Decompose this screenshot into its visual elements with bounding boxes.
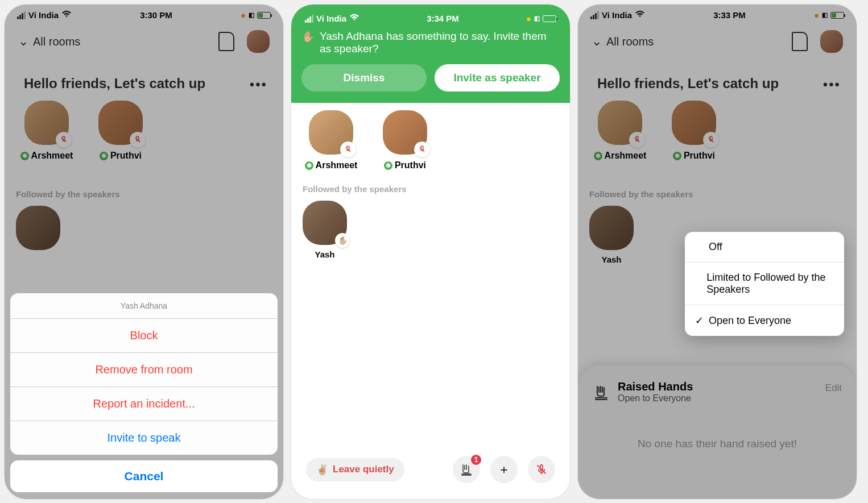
raised-hands-subtitle: Open to Everyone [618,393,693,404]
listener-item[interactable]: Yash [589,206,634,264]
chevron-down-icon: ⌄ [592,34,602,49]
leave-button[interactable]: ✌🏼 Leave quietly [306,458,404,481]
signal-icon [590,11,599,19]
option-off[interactable]: Off [685,232,844,263]
hand-list-icon [593,384,610,401]
carrier-label: Vi India [602,10,632,20]
document-icon[interactable] [218,32,234,51]
speaker-avatar [672,101,716,145]
muted-icon [703,132,719,148]
phone-2: Vi India 3:34 PM ●◧ ✋🏼 Yash Adhana has s… [291,5,570,499]
speaker-avatar [309,110,353,155]
option-limited[interactable]: Limited to Followed by the Speakers [685,263,844,305]
listener-avatar: ✋🏼 [303,201,347,245]
action-sheet: Yash Adhana Block Remove from room Repor… [10,293,278,499]
chevron-down-icon: ⌄ [18,34,28,49]
profile-avatar[interactable] [247,30,270,53]
speaker-item[interactable]: ✱Arshmeet [308,110,354,171]
empty-message: No one has their hand raised yet! [593,426,842,484]
speaker-item[interactable]: ✱Arshmeet [597,101,643,161]
all-rooms-dropdown[interactable]: ⌄ All rooms [592,34,654,49]
listener-name: Yash [589,255,634,264]
block-button[interactable]: Block [10,318,278,352]
listener-item[interactable]: ✋🏼 Yash [303,201,347,259]
time-label: 3:33 PM [713,10,746,20]
invite-banner: Vi India 3:34 PM ●◧ ✋🏼 Yash Adhana has s… [291,5,570,103]
document-icon[interactable] [792,32,808,51]
verified-icon: ✱ [594,152,602,160]
listener-item[interactable] [16,206,60,250]
battery-icon [830,12,844,19]
room-title: Hello friends, Let's catch up [24,76,264,92]
raised-hand-icon: ✋🏼 [335,233,350,248]
invite-speak-button[interactable]: Invite to speak [10,421,278,455]
section-label: Followed by the speakers [578,176,857,206]
phone-3: Vi India 3:33 PM ●◧ ⌄ All rooms Hello fr… [578,5,857,499]
carrier-label: Vi India [316,14,346,23]
speaker-avatar [598,101,642,145]
speaker-item[interactable]: ✱Pruthvi [98,101,143,161]
speaker-name: Arshmeet [605,151,647,161]
room-card: Hello friends, Let's catch up ••• ✱Arshm… [586,65,849,171]
carrier-label: Vi India [28,10,59,20]
room-card: Hello friends, Let's catch up ••• ✱Arshm… [13,65,275,171]
speaker-avatar [24,101,69,145]
more-icon[interactable]: ••• [823,77,841,93]
verified-icon: ✱ [673,152,681,160]
muted-icon [414,142,430,157]
speaker-item[interactable]: ✱Pruthvi [382,110,428,171]
app-header: ⌄ All rooms [5,22,283,61]
speaker-avatar [98,101,143,145]
all-rooms-label: All rooms [606,35,654,48]
raised-hands-button[interactable]: 1 [453,456,480,483]
speaker-name: Pruthvi [395,160,426,171]
invite-speaker-button[interactable]: Invite as speaker [435,64,560,92]
edit-button[interactable]: Edit [825,383,842,394]
mic-off-icon [536,464,547,475]
raised-hands-panel: Raised Hands Open to Everyone Edit No on… [578,365,857,499]
report-button[interactable]: Report an incident... [10,386,278,421]
battery-icon [257,12,271,19]
wifi-icon [635,10,645,20]
verified-icon: ✱ [20,152,29,160]
speaker-item[interactable]: ✱Pruthvi [671,101,717,161]
remove-button[interactable]: Remove from room [10,352,278,386]
speaker-name: Pruthvi [684,151,715,161]
verified-icon: ✱ [305,161,313,170]
section-label: Followed by the speakers [5,176,283,206]
notification-badge: 1 [471,455,481,465]
hand-emoji: ✋🏼 [301,30,315,55]
add-button[interactable]: ＋ [490,456,518,483]
all-rooms-dropdown[interactable]: ⌄ All rooms [18,34,80,49]
speaker-avatar [383,110,427,155]
bottom-bar: ✌🏼 Leave quietly 1 ＋ [291,447,570,499]
speaker-name: Arshmeet [31,151,73,161]
peace-icon: ✌🏼 [316,464,328,476]
cancel-button[interactable]: Cancel [10,460,278,492]
more-icon[interactable]: ••• [250,77,267,93]
muted-icon [629,132,645,148]
profile-avatar[interactable] [820,30,843,53]
speaker-name: Pruthvi [110,151,142,161]
wifi-icon [349,14,359,23]
listener-avatar [589,206,634,250]
status-bar: Vi India 3:34 PM ●◧ [301,11,560,26]
raised-hands-title: Raised Hands [618,380,693,393]
speaker-item[interactable]: ✱Arshmeet [24,101,69,161]
status-bar: Vi India 3:30 PM ●◧ [5,5,283,22]
room-title: Hello friends, Let's catch up [597,76,837,92]
battery-icon [543,15,556,22]
muted-icon [340,142,356,157]
muted-icon [56,132,72,148]
verified-icon: ✱ [384,161,392,170]
option-open[interactable]: ✓Open to Everyone [685,305,844,336]
leave-label: Leave quietly [333,464,394,475]
checkmark-icon: ✓ [695,314,704,327]
signal-icon [17,11,26,19]
dismiss-button[interactable]: Dismiss [301,64,427,92]
mute-button[interactable] [528,456,555,483]
section-label: Followed by the speakers [291,171,570,201]
phone-1: Vi India 3:30 PM ●◧ ⌄ All rooms Hello fr… [5,5,283,499]
banner-text: Yash Adhana has something to say. Invite… [320,30,560,55]
wifi-icon [61,10,72,20]
